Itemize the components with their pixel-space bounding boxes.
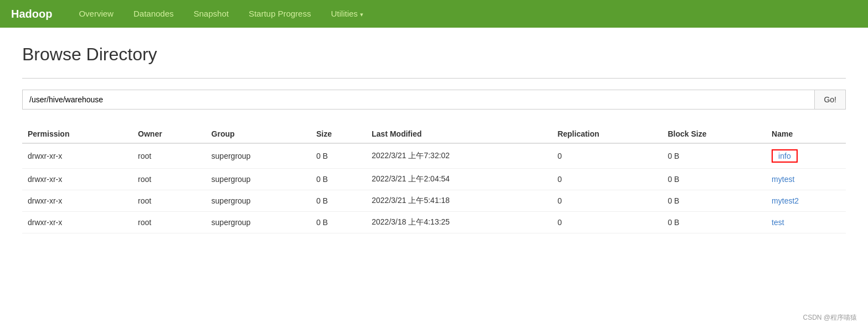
col-owner: Owner [132, 125, 206, 143]
table-header-row: Permission Owner Group Size Last Modifie… [22, 125, 846, 143]
dropdown-arrow-icon: ▾ [360, 11, 363, 18]
col-last-modified: Last Modified [366, 125, 552, 143]
go-button[interactable]: Go! [815, 90, 846, 110]
search-bar: Go! [22, 90, 846, 110]
col-name: Name [766, 125, 846, 143]
directory-table: Permission Owner Group Size Last Modifie… [22, 125, 846, 233]
path-input[interactable] [22, 90, 815, 110]
nav-link-snapshot[interactable]: Snapshot [184, 0, 239, 28]
cell-group: supergroup [206, 212, 311, 233]
cell-size: 0 B [311, 212, 366, 233]
cell-owner: root [132, 212, 206, 233]
col-group: Group [206, 125, 311, 143]
cell-block-size: 0 B [662, 143, 766, 169]
cell-replication: 0 [552, 190, 662, 212]
name-link[interactable]: info [772, 149, 798, 163]
cell-replication: 0 [552, 212, 662, 233]
cell-last-modified: 2022/3/21 上午2:04:54 [366, 169, 552, 190]
name-link[interactable]: test [772, 218, 784, 227]
cell-size: 0 B [311, 143, 366, 169]
cell-name: mytest2 [766, 190, 846, 212]
nav-link-startup-progress[interactable]: Startup Progress [239, 0, 321, 28]
cell-last-modified: 2022/3/21 上午7:32:02 [366, 143, 552, 169]
table-row: drwxr-xr-xrootsupergroup0 B2022/3/21 上午7… [22, 143, 846, 169]
nav-item-datanodes: Datanodes [124, 0, 184, 28]
nav-item-utilities: Utilities▾ [321, 0, 373, 28]
navbar-brand[interactable]: Hadoop [11, 8, 52, 20]
cell-permission: drwxr-xr-x [22, 143, 132, 169]
cell-permission: drwxr-xr-x [22, 169, 132, 190]
nav-item-snapshot: Snapshot [184, 0, 239, 28]
cell-size: 0 B [311, 169, 366, 190]
utilities-label: Utilities [331, 9, 357, 18]
cell-block-size: 0 B [662, 190, 766, 212]
cell-group: supergroup [206, 190, 311, 212]
table-body: drwxr-xr-xrootsupergroup0 B2022/3/21 上午7… [22, 143, 846, 233]
col-permission: Permission [22, 125, 132, 143]
nav-link-overview[interactable]: Overview [69, 0, 124, 28]
cell-group: supergroup [206, 143, 311, 169]
cell-block-size: 0 B [662, 169, 766, 190]
cell-last-modified: 2022/3/18 上午4:13:25 [366, 212, 552, 233]
col-block-size: Block Size [662, 125, 766, 143]
table-row: drwxr-xr-xrootsupergroup0 B2022/3/21 上午2… [22, 169, 846, 190]
cell-name: mytest [766, 169, 846, 190]
cell-group: supergroup [206, 169, 311, 190]
nav-link-utilities[interactable]: Utilities▾ [321, 0, 373, 28]
main-content: Browse Directory Go! Permission Owner Gr… [0, 28, 868, 250]
page-title: Browse Directory [22, 44, 846, 65]
cell-owner: root [132, 190, 206, 212]
name-link[interactable]: mytest2 [772, 196, 799, 205]
cell-owner: root [132, 169, 206, 190]
col-replication: Replication [552, 125, 662, 143]
table-row: drwxr-xr-xrootsupergroup0 B2022/3/18 上午4… [22, 212, 846, 233]
cell-permission: drwxr-xr-x [22, 212, 132, 233]
col-size: Size [311, 125, 366, 143]
name-link[interactable]: mytest [772, 175, 794, 184]
nav-item-startup-progress: Startup Progress [239, 0, 321, 28]
table-row: drwxr-xr-xrootsupergroup0 B2022/3/21 上午5… [22, 190, 846, 212]
nav-link-datanodes[interactable]: Datanodes [124, 0, 184, 28]
cell-owner: root [132, 143, 206, 169]
cell-last-modified: 2022/3/21 上午5:41:18 [366, 190, 552, 212]
navbar: Hadoop Overview Datanodes Snapshot Start… [0, 0, 868, 28]
nav-item-overview: Overview [69, 0, 124, 28]
divider [22, 78, 846, 79]
navbar-nav: Overview Datanodes Snapshot Startup Prog… [69, 0, 373, 28]
cell-replication: 0 [552, 143, 662, 169]
cell-block-size: 0 B [662, 212, 766, 233]
table-header: Permission Owner Group Size Last Modifie… [22, 125, 846, 143]
cell-name: test [766, 212, 846, 233]
cell-name: info [766, 143, 846, 169]
cell-permission: drwxr-xr-x [22, 190, 132, 212]
cell-replication: 0 [552, 169, 662, 190]
cell-size: 0 B [311, 190, 366, 212]
